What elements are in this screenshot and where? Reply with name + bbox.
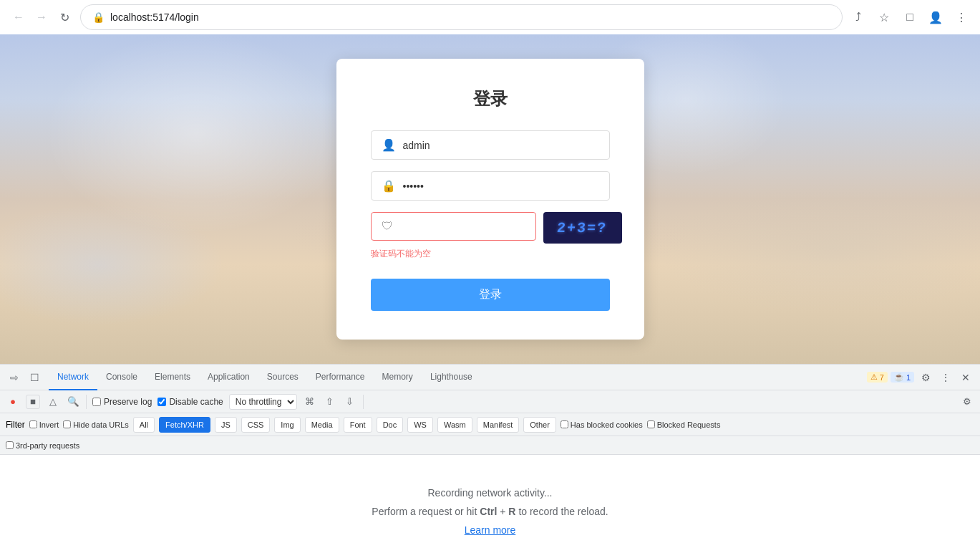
forward-icon: → bbox=[36, 11, 47, 24]
password-field: 🔒 bbox=[371, 171, 610, 201]
disable-cache-checkbox[interactable] bbox=[157, 398, 166, 406]
tab-network[interactable]: Network bbox=[49, 365, 97, 390]
devtools-settings-button[interactable]: ⚙ bbox=[917, 369, 934, 386]
nav-buttons: ← → ↻ bbox=[9, 7, 74, 27]
captcha-text: 2+3=? bbox=[556, 220, 608, 236]
login-title: 登录 bbox=[371, 87, 610, 110]
search-button[interactable]: 🔍 bbox=[66, 395, 80, 409]
back-icon: ← bbox=[13, 11, 24, 24]
filter-other-button[interactable]: Other bbox=[523, 417, 556, 433]
shield-icon: 🛡 bbox=[382, 220, 393, 233]
bookmark-icon-button[interactable]: ☆ bbox=[874, 7, 894, 27]
preserve-log-checkbox[interactable] bbox=[92, 398, 101, 406]
throttle-select[interactable]: No throttling bbox=[229, 394, 297, 410]
address-bar[interactable]: 🔒 localhost:5174/login bbox=[80, 4, 843, 30]
share-icon-button[interactable]: ⤴ bbox=[848, 7, 868, 27]
login-button[interactable]: 登录 bbox=[371, 279, 610, 311]
tab-elements[interactable]: Elements bbox=[146, 365, 199, 390]
devtools-more-button[interactable]: ⋮ bbox=[937, 369, 954, 386]
recording-text: Recording network activity... bbox=[427, 487, 552, 499]
tab-memory[interactable]: Memory bbox=[374, 365, 422, 390]
filter-font-button[interactable]: Font bbox=[344, 417, 372, 433]
filter-label: Filter bbox=[6, 420, 25, 430]
devtools-close-button[interactable]: ✕ bbox=[957, 369, 974, 386]
invert-checkbox-label[interactable]: Invert bbox=[29, 420, 59, 429]
filter-bar: Filter Invert Hide data URLs All Fetch/X… bbox=[0, 413, 980, 436]
lock-icon: 🔒 bbox=[382, 179, 396, 193]
clear-button[interactable]: △ bbox=[46, 395, 60, 409]
wifi-icon-button[interactable]: ⌘ bbox=[303, 395, 317, 409]
third-party-checkbox-label[interactable]: 3rd-party requests bbox=[6, 441, 79, 450]
filter-css-button[interactable]: CSS bbox=[241, 417, 271, 433]
tab-sources[interactable]: Sources bbox=[258, 365, 307, 390]
filter-img-button[interactable]: Img bbox=[274, 417, 300, 433]
toolbar-icons: ⤴ ☆ □ 👤 ⋮ bbox=[848, 7, 971, 27]
filter-js-button[interactable]: JS bbox=[215, 417, 237, 433]
blocked-requests-label[interactable]: Blocked Requests bbox=[647, 420, 721, 429]
select-element-icon-button[interactable]: ⇨ bbox=[6, 369, 23, 386]
filter-fetch-xhr-button[interactable]: Fetch/XHR bbox=[159, 417, 210, 433]
tab-lighthouse[interactable]: Lighthouse bbox=[422, 365, 481, 390]
tab-application[interactable]: Application bbox=[199, 365, 258, 390]
back-button[interactable]: ← bbox=[9, 7, 29, 27]
browser-toolbar: ← → ↻ 🔒 localhost:5174/login ⤴ ☆ □ 👤 ⋮ bbox=[0, 0, 980, 34]
username-input-wrapper: 👤 bbox=[371, 130, 610, 160]
divider-2 bbox=[363, 395, 364, 409]
warning-badge: ⚠ 7 bbox=[867, 372, 888, 383]
third-party-bar: 3rd-party requests bbox=[0, 436, 980, 455]
has-blocked-cookies-checkbox[interactable] bbox=[561, 420, 568, 428]
login-card: 登录 👤 🔒 🛡 bbox=[336, 59, 644, 340]
filter-media-button[interactable]: Media bbox=[305, 417, 339, 433]
secure-icon: 🔒 bbox=[92, 11, 105, 23]
info-icon: ☕ bbox=[894, 372, 904, 382]
filter-all-button[interactable]: All bbox=[133, 417, 155, 433]
disable-cache-label[interactable]: Disable cache bbox=[157, 397, 223, 407]
devtools-tabs-bar: ⇨ ☐ Network Console Elements Application… bbox=[0, 365, 980, 390]
forward-button[interactable]: → bbox=[31, 7, 52, 27]
hide-data-urls-checkbox-label[interactable]: Hide data URLs bbox=[63, 420, 129, 429]
blocked-requests-checkbox[interactable] bbox=[647, 420, 655, 428]
password-input-wrapper: 🔒 bbox=[371, 171, 610, 201]
network-content: Recording network activity... Perform a … bbox=[0, 455, 980, 553]
settings-right-button[interactable]: ⚙ bbox=[960, 395, 974, 409]
filter-doc-button[interactable]: Doc bbox=[377, 417, 404, 433]
device-toolbar-icon-button[interactable]: ☐ bbox=[26, 369, 43, 386]
extension-icon-button[interactable]: □ bbox=[900, 7, 920, 27]
refresh-button[interactable]: ↻ bbox=[54, 7, 74, 27]
invert-checkbox[interactable] bbox=[29, 420, 37, 428]
captcha-image[interactable]: 2+3=? bbox=[543, 212, 622, 244]
filter-wasm-button[interactable]: Wasm bbox=[437, 417, 472, 433]
menu-icon-button[interactable]: ⋮ bbox=[951, 7, 971, 27]
captcha-field: 🛡 2+3=? 验证码不能为空 bbox=[371, 212, 610, 260]
preserve-log-label[interactable]: Preserve log bbox=[92, 397, 152, 407]
refresh-icon: ↻ bbox=[60, 11, 69, 24]
filter-ws-button[interactable]: WS bbox=[407, 417, 433, 433]
tab-console[interactable]: Console bbox=[97, 365, 146, 390]
network-toolbar: ● ■ △ 🔍 Preserve log Disable cache No th… bbox=[0, 390, 980, 413]
stop-button[interactable]: ■ bbox=[26, 395, 40, 409]
has-blocked-cookies-label[interactable]: Has blocked cookies bbox=[561, 420, 643, 429]
page-content: 登录 👤 🔒 🛡 bbox=[0, 34, 980, 364]
record-button[interactable]: ● bbox=[6, 395, 20, 409]
third-party-checkbox[interactable] bbox=[6, 441, 14, 449]
captcha-error: 验证码不能为空 bbox=[371, 248, 610, 260]
url-text: localhost:5174/login bbox=[110, 11, 830, 23]
divider-1 bbox=[86, 395, 87, 409]
devtools-panel: ⇨ ☐ Network Console Elements Application… bbox=[0, 364, 980, 553]
devtools-tab-icons: ⇨ ☐ bbox=[6, 369, 43, 386]
tab-performance[interactable]: Performance bbox=[307, 365, 374, 390]
perform-text: Perform a request or hit Ctrl + R to rec… bbox=[372, 506, 608, 517]
info-badge: ☕ 1 bbox=[891, 372, 914, 383]
username-input[interactable] bbox=[403, 140, 599, 151]
captcha-input-border: 🛡 bbox=[371, 212, 536, 241]
captcha-input[interactable] bbox=[400, 221, 525, 232]
devtools-right-controls: ⚠ 7 ☕ 1 ⚙ ⋮ ✕ bbox=[867, 369, 974, 386]
import-button[interactable]: ⇧ bbox=[323, 395, 337, 409]
learn-more-link[interactable]: Learn more bbox=[465, 524, 516, 536]
captcha-input-wrapper: 🛡 bbox=[371, 212, 536, 241]
hide-data-urls-checkbox[interactable] bbox=[63, 420, 71, 428]
export-button[interactable]: ⇩ bbox=[343, 395, 357, 409]
filter-manifest-button[interactable]: Manifest bbox=[477, 417, 520, 433]
profile-icon-button[interactable]: 👤 bbox=[926, 7, 946, 27]
password-input[interactable] bbox=[403, 181, 599, 192]
